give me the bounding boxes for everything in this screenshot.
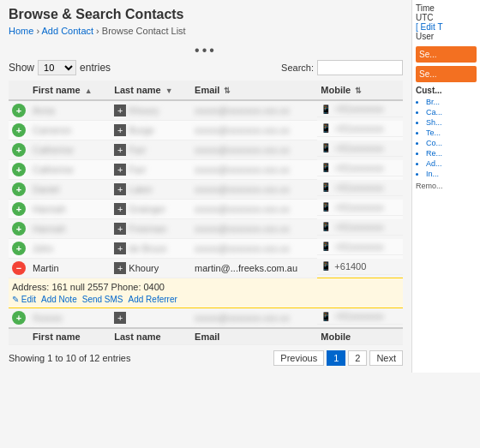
custom-link-item[interactable]: Co... <box>426 139 477 147</box>
last-name-plus-button[interactable]: + <box>114 242 126 254</box>
mobile-cell: 📱+61xxxxxxx <box>317 101 403 117</box>
expand-button[interactable]: + <box>12 123 26 137</box>
address-text: Address: 161 null 2557 Phone: 0400 <box>12 282 399 292</box>
last-name-cell: + <box>111 308 191 329</box>
expand-button[interactable]: + <box>12 311 26 325</box>
pagination: Previous 1 2 Next <box>273 350 403 366</box>
email-cell: xxxxx@xxxxxxx.xxx.xx <box>191 219 317 239</box>
custom-link-item[interactable]: Re... <box>426 149 477 158</box>
row-action-cell: − <box>9 259 29 278</box>
mobile-cell: 📱+61xxxxxxx <box>317 200 403 216</box>
col-last-name[interactable]: Last name ▼ <box>111 81 191 100</box>
pagination-row: Showing 1 to 10 of 12 entries Previous 1… <box>9 350 403 366</box>
last-name-plus-button[interactable]: + <box>114 124 126 136</box>
action-link-edit[interactable]: ✎ Edit <box>12 295 36 304</box>
email-cell: xxxxx@xxxxxxx.xxx.xx <box>191 140 317 160</box>
row-action-cell: + <box>9 200 29 219</box>
col-email[interactable]: Email ⇅ <box>191 81 317 100</box>
time-label: Time <box>416 3 477 13</box>
first-name-cell: Daniel <box>29 180 111 200</box>
last-name-plus-button[interactable]: + <box>114 105 126 116</box>
last-name-cell: + Khoury <box>111 100 191 121</box>
last-name-plus-button[interactable]: + <box>114 164 126 176</box>
next-button[interactable]: Next <box>369 350 403 366</box>
search-box-2[interactable]: Se... <box>416 66 477 82</box>
row-actions: ✎ EditAdd NoteSend SMSAdd Referrer <box>12 295 399 304</box>
table-row: +Catherine+ Farrxxxxx@xxxxxxx.xxx.xx📱+61… <box>9 160 403 180</box>
expand-button[interactable]: + <box>12 242 26 255</box>
first-name-cell: Hannah <box>29 219 111 239</box>
phone-icon: 📱 <box>321 242 331 251</box>
last-name-plus-button[interactable]: + <box>114 223 126 235</box>
expand-button[interactable]: + <box>12 104 26 117</box>
search-box-1[interactable]: Se... <box>416 46 477 63</box>
expand-button[interactable]: + <box>12 143 26 157</box>
first-name-cell: Catherine <box>29 140 111 160</box>
table-row: +Hannah+ Freemanxxxxx@xxxxxxx.xxx.xx📱+61… <box>9 219 403 239</box>
action-link-add-note[interactable]: Add Note <box>41 295 77 304</box>
remove-text: Remo... <box>416 182 477 190</box>
search-input[interactable] <box>317 60 403 75</box>
breadcrumb-add-contact[interactable]: Add Contact <box>42 26 94 36</box>
action-link-send-sms[interactable]: Send SMS <box>82 295 123 304</box>
email-cell: xxxxx@xxxxxxx.xxx.xx <box>191 160 317 180</box>
utc-label: UTC <box>416 13 477 22</box>
breadcrumb-home[interactable]: Home <box>9 26 33 36</box>
last-name-cell: + Burge <box>111 121 191 140</box>
entries-select[interactable]: 10 25 50 100 <box>38 60 76 75</box>
custom-link-item[interactable]: Br... <box>426 98 477 106</box>
footer-col-mobile: Mobile <box>317 328 403 345</box>
page-2-button[interactable]: 2 <box>348 350 367 366</box>
col-first-name[interactable]: First name ▲ <box>29 81 111 100</box>
last-name-plus-button[interactable]: + <box>114 262 126 274</box>
table-row: +Anna+ Khouryxxxxx@xxxxxxx.xxx.xx📱+61xxx… <box>9 100 403 121</box>
footer-col-first-name: First name <box>29 328 111 345</box>
table-row: +Xxxxxx+ xxxxx@xxxxxxx.xxx.xx📱+61xxxxxxx <box>9 308 403 329</box>
col-mobile[interactable]: Mobile ⇅ <box>317 81 403 100</box>
last-name-cell: + de Bruce <box>111 239 191 259</box>
last-name-plus-button[interactable]: + <box>114 144 126 156</box>
phone-icon: 📱 <box>321 105 331 114</box>
first-name-cell: Martin <box>29 259 111 278</box>
custom-link-item[interactable]: Ca... <box>426 108 477 116</box>
action-link-add-referrer[interactable]: Add Referrer <box>129 295 177 304</box>
phone-icon: 📱 <box>321 182 331 192</box>
phone-icon: 📱 <box>321 123 331 133</box>
row-action-cell: + <box>9 100 29 121</box>
custom-title: Cust... <box>416 86 477 95</box>
last-name-cell: + Grainger <box>111 200 191 219</box>
first-name-cell: Anna <box>29 100 111 121</box>
table-footer-row: First name Last name Email Mobile <box>9 328 403 345</box>
last-name-cell: + Farr <box>111 160 191 180</box>
expand-button[interactable]: + <box>12 163 26 176</box>
row-action-cell: + <box>9 239 29 259</box>
last-name-plus-button[interactable]: + <box>114 312 126 324</box>
showing-text: Showing 1 to 10 of 12 entries <box>9 353 130 363</box>
table-controls: Show 10 25 50 100 entries Search: <box>9 60 403 75</box>
sort-arrow-mobile: ⇅ <box>355 87 362 95</box>
custom-link-item[interactable]: Ad... <box>426 159 477 168</box>
footer-col-email: Email <box>191 328 317 345</box>
breadcrumb-current: Browse Contact List <box>102 26 186 36</box>
contacts-table: First name ▲ Last name ▼ Email ⇅ Mobile … <box>9 81 403 345</box>
mobile-cell: 📱+61xxxxxxx <box>317 180 403 196</box>
last-name-plus-button[interactable]: + <box>114 183 126 195</box>
custom-link-item[interactable]: Sh... <box>426 118 477 127</box>
last-name-plus-button[interactable]: + <box>114 203 126 215</box>
row-action-cell: + <box>9 160 29 180</box>
previous-button[interactable]: Previous <box>273 350 324 366</box>
custom-link-item[interactable]: In... <box>426 170 477 178</box>
last-name-cell: + Freeman <box>111 219 191 239</box>
mobile-cell: 📱+61xxxxxxx <box>317 160 403 176</box>
phone-icon: 📱 <box>321 143 331 152</box>
collapse-button[interactable]: − <box>12 261 26 275</box>
last-name-cell: + Laker <box>111 180 191 200</box>
expand-button[interactable]: + <box>12 222 26 236</box>
expand-button[interactable]: + <box>12 182 26 196</box>
show-entries: Show 10 25 50 100 entries <box>9 60 111 75</box>
page-1-button[interactable]: 1 <box>327 350 345 366</box>
mobile-cell: 📱+61400 <box>317 259 403 275</box>
edit-t-label[interactable]: [ Edit T <box>416 22 477 32</box>
custom-link-item[interactable]: Te... <box>426 128 477 137</box>
expand-button[interactable]: + <box>12 202 26 216</box>
